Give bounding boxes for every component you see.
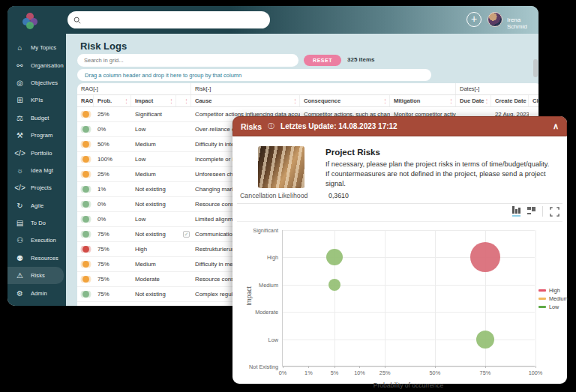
sidebar-item-execution[interactable]: ⚇Execution: [8, 232, 66, 249]
sidebar-item-program[interactable]: ⚒Program: [8, 127, 66, 144]
info-icon[interactable]: ⓘ: [268, 121, 274, 131]
cell-rag: [77, 246, 94, 253]
sidebar-item-idea-mgt[interactable]: ☼Idea Mgt: [8, 162, 66, 179]
add-icon[interactable]: +: [466, 12, 482, 27]
gridline: [385, 230, 386, 366]
column-menu-icon[interactable]: ⋮: [382, 98, 389, 104]
sidebar-item-to-do[interactable]: ▤To Do: [8, 214, 66, 232]
column-header-close-[interactable]: Close ...⋮: [529, 95, 538, 106]
legend-item-high[interactable]: High: [538, 287, 568, 294]
column-label: Create Date: [495, 97, 526, 104]
sidebar-item-label: Budget: [31, 115, 49, 121]
sidebar-item-budget[interactable]: ⚖Budget: [8, 109, 66, 127]
sidebar-item-projects[interactable]: </>Projects: [8, 179, 66, 196]
topbar: + Irena Schmid: [8, 6, 538, 34]
rag-status-dot: [82, 246, 89, 253]
sidebar-item-label: Execution: [31, 237, 56, 244]
reset-button[interactable]: RESET: [304, 55, 341, 66]
clipboard-icon: ▤: [14, 219, 26, 227]
column-header-mitigation[interactable]: Mitigation⋮: [390, 95, 456, 106]
x-axis-title: Probability of occurrence: [282, 382, 535, 389]
search-icon: [74, 16, 81, 24]
sidebar-item-admin[interactable]: ⚙Admin: [8, 284, 66, 301]
sidebar-item-portfolio[interactable]: </>Portfolio: [8, 144, 66, 161]
column-header-consequence[interactable]: Consequence⋮: [300, 95, 390, 106]
column-header-impact[interactable]: Impact⋮: [131, 95, 176, 106]
legend-item-medium[interactable]: Medium: [538, 295, 568, 302]
column-menu-icon[interactable]: ⋮: [169, 98, 176, 104]
column-header-rag[interactable]: RAG⋮: [77, 95, 94, 106]
bar-chart-icon[interactable]: [512, 206, 520, 217]
cell-prob: 1%: [94, 186, 131, 193]
rag-status-dot: [82, 186, 89, 193]
sidebar-item-objectives[interactable]: ◎Objectives: [8, 74, 66, 91]
sidebar-item-organisation[interactable]: ⚯Organisation: [8, 56, 66, 73]
column-menu-icon[interactable]: ⋮: [184, 98, 190, 104]
code-box-icon: </>: [14, 184, 26, 192]
group-header[interactable]: Risk[-]: [191, 83, 456, 94]
avatar[interactable]: [488, 12, 502, 27]
sidebar-item-label: Idea Mgt: [31, 167, 53, 174]
column-header-due-date[interactable]: Due Date⋮: [456, 95, 491, 106]
global-search-input[interactable]: [86, 16, 264, 24]
resources-icon: ⚉: [14, 254, 26, 262]
chart-bubble-high[interactable]: [470, 242, 500, 272]
global-search[interactable]: [68, 11, 270, 28]
fullscreen-icon[interactable]: [550, 207, 560, 217]
cell-prob: 75%: [94, 261, 131, 268]
cell-prob: 75%: [94, 291, 131, 298]
column-label: Mitigation: [394, 97, 420, 104]
cell-prob: 100%: [94, 156, 131, 163]
y-tick-label: Not Existing: [249, 364, 283, 370]
sidebar-item-risks[interactable]: ⚠Risks: [8, 267, 64, 284]
gridline: [283, 230, 535, 231]
group-by-dropzone[interactable]: Drag a column header and drop it here to…: [77, 69, 431, 81]
group-header[interactable]: RAG[-]: [77, 83, 191, 94]
column-menu-icon[interactable]: ⋮: [292, 98, 299, 104]
grid-search-input[interactable]: [77, 54, 298, 67]
sidebar-item-label: Organisation: [31, 62, 64, 69]
legend-item-low[interactable]: Low: [538, 304, 568, 310]
overlay-header[interactable]: Risks ⓘ Letztes Update: 14.08.2023 17:12…: [232, 116, 567, 136]
matrix-chart-icon[interactable]: [527, 207, 536, 216]
group-header[interactable]: Dates[-]: [456, 83, 538, 94]
table-scrollbar[interactable]: [533, 59, 538, 77]
y-tick-label: Medium: [259, 281, 283, 288]
column-label: Close ...: [532, 97, 538, 104]
cell-impact: Not existing: [131, 231, 176, 238]
legend-swatch: [538, 289, 546, 292]
cell-rag: [77, 261, 94, 268]
column-menu-icon[interactable]: ⋮: [124, 98, 130, 104]
cell-impact: Moderate: [131, 276, 176, 283]
column-menu-icon[interactable]: ⋮: [448, 98, 455, 104]
cell-rag: [77, 111, 94, 118]
checkbox-checked[interactable]: ✓: [183, 231, 190, 238]
x-tick-label: 50%: [430, 366, 441, 376]
user-name[interactable]: Irena Schmid: [507, 16, 538, 30]
column-menu-icon[interactable]: ⋮: [484, 98, 491, 104]
chart-bubble-low[interactable]: [476, 331, 494, 349]
sidebar-item-my-topics[interactable]: ⌂My Topics: [8, 39, 66, 56]
column-header-cause[interactable]: Cause⋮: [191, 95, 300, 106]
column-header-create-date[interactable]: Create Date⋮: [491, 95, 529, 106]
sidebar-item-kpis[interactable]: ⊞KPIs: [8, 91, 66, 109]
rag-status-dot: [82, 141, 89, 148]
column-header-prob-[interactable]: Prob.⋮: [94, 95, 131, 106]
sidebar-item-resources[interactable]: ⚉Resources: [8, 250, 66, 267]
cell-prob: 75%: [94, 246, 131, 253]
column-header-blank[interactable]: ⋮: [176, 95, 191, 106]
chart-bubble-low[interactable]: [326, 249, 343, 265]
cell-impact: Significant: [131, 111, 176, 118]
x-tick-label: 0%: [279, 366, 287, 376]
collapse-chevron-up-icon[interactable]: ∧: [553, 121, 559, 131]
y-tick-label: Moderate: [255, 309, 283, 316]
sidebar-item-label: To Do: [31, 220, 46, 226]
sidebar-item-agile[interactable]: ↻Agile: [8, 197, 66, 214]
tools-icon: ⚒: [14, 131, 26, 139]
items-count: 325 items: [347, 56, 374, 63]
sidebar-item-label: KPIs: [31, 97, 43, 103]
gridline: [283, 340, 535, 340]
rag-status-dot: [82, 156, 89, 163]
app-logo-icon[interactable]: [22, 13, 39, 29]
chart-bubble-low[interactable]: [328, 279, 340, 291]
